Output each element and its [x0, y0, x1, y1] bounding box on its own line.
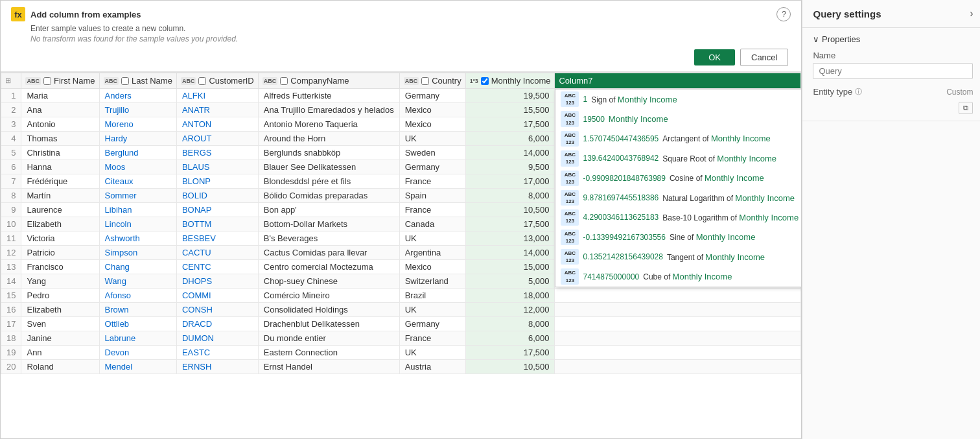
cell-monthlyincome: 17,500	[465, 346, 555, 360]
cell-customerid: BESBEV	[176, 231, 258, 246]
cell-companyname: Alfreds Futterkiste	[258, 89, 399, 103]
col-header-country: ABC Country	[399, 73, 465, 89]
customerid-checkbox[interactable]	[198, 77, 206, 85]
cell-lastname: Afonso	[99, 289, 176, 303]
suggestion-item[interactable]: ABC 123139.64240043768942 Square Root of…	[555, 148, 801, 168]
settings-collapse-arrow[interactable]: ›	[970, 8, 973, 19]
cell-country: Sweden	[399, 146, 465, 160]
table-row: 15PedroAfonsoCOMMIComércio MineiroBrazil…	[1, 289, 801, 303]
cell-lastname: Mendel	[99, 360, 176, 374]
data-table: ⊞ ABC First Name ABC	[1, 73, 801, 374]
cell-monthlyincome: 17,000	[465, 174, 555, 189]
cell-customerid: AROUT	[176, 132, 258, 146]
suggestion-item[interactable]: ABC 1230.13521428156439028 Tangent of Mo…	[555, 247, 801, 267]
note: No transform was found for the sample va…	[30, 34, 238, 43]
companyname-type: ABC	[262, 77, 278, 85]
row-number: 9	[1, 203, 21, 217]
cell-lastname: Anders	[99, 89, 176, 103]
col-header-lastname: ABC Last Name	[99, 73, 176, 89]
cell-customerid: ALFKI	[176, 89, 258, 103]
cell-companyname: Comércio Mineiro	[258, 289, 399, 303]
suggestion-label: Tangent of Monthly Income	[667, 252, 765, 262]
cell-firstname: Sven	[21, 317, 99, 331]
col-header-companyname: ABC CompanyName	[258, 73, 399, 89]
suggestion-label: Sine of Monthly Income	[670, 232, 755, 242]
cell-companyname: Du monde entier	[258, 331, 399, 346]
row-number: 2	[1, 103, 21, 117]
suggestions-dropdown: ABC 1231 Sign of Monthly IncomeABC 12319…	[555, 89, 801, 287]
firstname-checkbox[interactable]	[43, 77, 51, 85]
cell-firstname: Antonio	[21, 117, 99, 132]
cell-companyname: Berglunds snabbköp	[258, 146, 399, 160]
row-number: 6	[1, 160, 21, 174]
row-number: 19	[1, 346, 21, 360]
cell-firstname: Pedro	[21, 289, 99, 303]
cell-companyname: Blauer See Delikatessen	[258, 160, 399, 174]
cell-firstname: Elizabeth	[21, 217, 99, 231]
properties-toggle[interactable]: ∨ Properties	[813, 34, 973, 44]
cell-lastname: Devon	[99, 346, 176, 360]
header-title: fx Add column from examples	[11, 7, 238, 21]
suggestion-label: Base-10 Logarithm of Monthly Income	[662, 213, 799, 222]
cell-country: Mexico	[399, 103, 465, 117]
cell-country: Mexico	[399, 260, 465, 274]
cell-companyname: Antonio Moreno Taqueria	[258, 117, 399, 132]
cell-firstname: Roland	[21, 360, 99, 374]
copy-button[interactable]: ⧉	[959, 102, 973, 114]
suggestion-item[interactable]: ABC 1231.5707450447436595 Arctangent of …	[555, 129, 801, 148]
lastname-checkbox[interactable]	[121, 77, 129, 85]
name-input[interactable]	[813, 63, 973, 79]
cell-firstname: Francisco	[21, 260, 99, 274]
suggestion-item[interactable]: ABC 1234.2900346113625183 Base-10 Logari…	[555, 208, 801, 227]
name-label: Name	[813, 51, 973, 60]
cell-country: Germany	[399, 160, 465, 174]
cell-country: France	[399, 174, 465, 189]
suggestion-item[interactable]: ABC 1237414875000000 Cube of Monthly Inc…	[555, 267, 801, 286]
help-button[interactable]: ?	[776, 7, 791, 21]
cell-country: France	[399, 203, 465, 217]
cell-monthlyincome: 19,500	[465, 89, 555, 103]
cell-firstname: Patricio	[21, 246, 99, 260]
cell-lastname: Ottlieb	[99, 317, 176, 331]
row-number: 20	[1, 360, 21, 374]
suggestion-value: 19500	[583, 115, 604, 124]
companyname-checkbox[interactable]	[280, 77, 288, 85]
cell-monthlyincome: 8,000	[465, 189, 555, 203]
cell-monthlyincome: 15,000	[465, 260, 555, 274]
cell-firstname: Victoria	[21, 231, 99, 246]
monthlyincome-checkbox[interactable]	[481, 77, 489, 85]
cell-monthlyincome: 13,000	[465, 231, 555, 246]
cell-companyname: Bottom-Dollar Markets	[258, 217, 399, 231]
table-row: 16ElizabethBrownCONSHConsolidated Holdin…	[1, 303, 801, 317]
suggestion-item[interactable]: ABC 1239.8781697445518386 Natural Logari…	[555, 188, 801, 208]
country-checkbox[interactable]	[421, 77, 429, 85]
cell-monthlyincome: 12,000	[465, 303, 555, 317]
cell-customerid: CACTU	[176, 246, 258, 260]
cell-lastname: Chang	[99, 260, 176, 274]
suggestion-label: Natural Logarithm of Monthly Income	[662, 193, 795, 203]
cell-firstname: Thomas	[21, 132, 99, 146]
suggestion-item[interactable]: ABC 12319500 Monthly Income	[555, 109, 801, 128]
suggestion-item[interactable]: ABC 1231 Sign of Monthly Income	[555, 89, 801, 109]
suggestion-label: Cosine of Monthly Income	[670, 173, 764, 183]
settings-header: Query settings ›	[802, 0, 980, 28]
cell-monthlyincome: 14,000	[465, 146, 555, 160]
row-number: 14	[1, 274, 21, 289]
cell-column7	[555, 317, 801, 331]
col-header-customerid: ABC CustomerID	[176, 73, 258, 89]
ok-button[interactable]: OK	[694, 49, 735, 65]
cell-firstname: Elizabeth	[21, 303, 99, 317]
cell-customerid: DRACD	[176, 317, 258, 331]
cell-monthlyincome: 17,500	[465, 117, 555, 132]
suggestion-value: 7414875000000	[583, 272, 639, 281]
suggestion-value: 1.5707450447436595	[583, 134, 659, 143]
customerid-type: ABC	[181, 77, 196, 85]
row-number: 17	[1, 317, 21, 331]
cancel-button[interactable]: Cancel	[740, 49, 788, 66]
entity-type-info-icon: ⓘ	[855, 87, 862, 97]
header: fx Add column from examples Enter sample…	[1, 1, 801, 72]
cell-country: Switzerland	[399, 274, 465, 289]
cell-customerid: EASTC	[176, 346, 258, 360]
suggestion-item[interactable]: ABC 123-0.13399492167303556 Sine of Mont…	[555, 228, 801, 247]
suggestion-item[interactable]: ABC 123-0.99098201848763989 Cosine of Mo…	[555, 169, 801, 188]
